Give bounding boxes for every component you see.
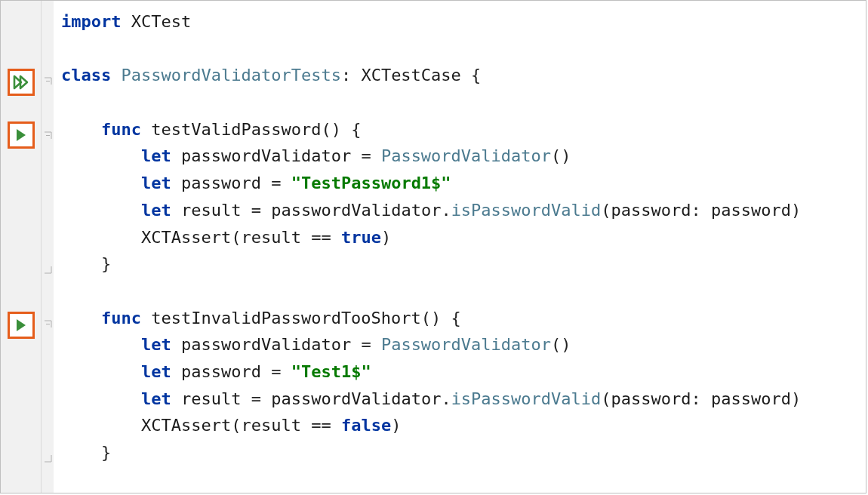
assert-call: XCTAssert bbox=[141, 416, 231, 435]
run-test-button-2[interactable] bbox=[8, 312, 35, 339]
var-name: result bbox=[181, 389, 241, 408]
var-name: passwordValidator bbox=[181, 146, 351, 165]
code-line: let passwordValidator = PasswordValidato… bbox=[61, 331, 866, 358]
call-parens: () bbox=[551, 146, 571, 165]
equals: = bbox=[271, 362, 281, 381]
keyword-func: func bbox=[101, 120, 141, 139]
open-paren: ( bbox=[601, 201, 611, 220]
play-icon bbox=[14, 318, 28, 333]
code-line: let result = passwordValidator.isPasswor… bbox=[61, 197, 866, 224]
fold-toggle-func1[interactable] bbox=[43, 131, 52, 140]
arg-label: password bbox=[611, 201, 691, 220]
type-name: PasswordValidator bbox=[381, 335, 551, 354]
code-line: class PasswordValidatorTests: XCTestCase… bbox=[61, 62, 866, 89]
close-paren: ) bbox=[791, 389, 801, 408]
lhs: result bbox=[241, 416, 300, 435]
close-paren: ) bbox=[381, 228, 391, 247]
fold-toggle-class[interactable] bbox=[43, 76, 52, 85]
blank-line bbox=[61, 278, 866, 305]
code-line: XCTAssert(result == true) bbox=[61, 224, 866, 251]
assert-call: XCTAssert bbox=[141, 228, 231, 247]
code-line: let result = passwordValidator.isPasswor… bbox=[61, 386, 866, 413]
colon: : bbox=[691, 389, 701, 408]
base-class: XCTestCase bbox=[361, 66, 460, 85]
arg-label: password bbox=[611, 389, 691, 408]
fold-toggle-func2[interactable] bbox=[43, 319, 52, 328]
var-name: password bbox=[181, 362, 261, 381]
close-paren: ) bbox=[391, 416, 401, 435]
open-paren: ( bbox=[601, 389, 611, 408]
func-name: testValidPassword bbox=[151, 120, 321, 139]
code-line: func testValidPassword() { bbox=[61, 116, 866, 143]
editor-frame: import XCTest class PasswordValidatorTes… bbox=[0, 0, 866, 493]
code-line: let password = "Test1$" bbox=[61, 358, 866, 386]
func-name: testInvalidPasswordTooShort bbox=[151, 309, 421, 327]
open-brace: { bbox=[471, 66, 481, 85]
operator: == bbox=[311, 416, 331, 435]
colon: : bbox=[341, 66, 351, 85]
type-name: PasswordValidator bbox=[381, 146, 551, 165]
open-brace: { bbox=[451, 309, 461, 327]
open-brace: { bbox=[351, 120, 361, 139]
blank-line bbox=[61, 35, 866, 63]
class-name: PasswordValidatorTests bbox=[121, 66, 340, 85]
arg-value: password bbox=[711, 389, 791, 408]
dot: . bbox=[441, 389, 451, 408]
string-literal: "TestPassword1$" bbox=[291, 174, 451, 192]
call-parens: () bbox=[551, 335, 571, 354]
equals: = bbox=[361, 146, 371, 165]
open-paren: ( bbox=[231, 228, 241, 247]
method-call: isPasswordValid bbox=[451, 389, 602, 408]
string-literal: "Test1$" bbox=[291, 362, 371, 381]
code-line: let passwordValidator = PasswordValidato… bbox=[61, 143, 866, 170]
code-line: func testInvalidPasswordTooShort() { bbox=[61, 305, 866, 332]
close-paren: ) bbox=[791, 201, 801, 220]
blank-line bbox=[61, 89, 866, 116]
keyword-let: let bbox=[141, 174, 171, 192]
parens: () bbox=[321, 120, 341, 139]
var-name: password bbox=[181, 174, 261, 192]
operator: == bbox=[311, 228, 331, 247]
close-brace: } bbox=[101, 254, 111, 273]
equals: = bbox=[251, 201, 261, 220]
keyword-let: let bbox=[141, 146, 171, 165]
code-area[interactable]: import XCTest class PasswordValidatorTes… bbox=[54, 1, 866, 493]
keyword-let: let bbox=[141, 362, 171, 381]
fold-strip bbox=[42, 1, 54, 493]
var-name: passwordValidator bbox=[181, 335, 351, 354]
code-line: import XCTest bbox=[61, 8, 866, 35]
keyword-let: let bbox=[141, 335, 171, 354]
fold-end-func2[interactable] bbox=[43, 453, 52, 463]
colon: : bbox=[691, 201, 701, 220]
code-line: let password = "TestPassword1$" bbox=[61, 170, 866, 197]
play-icon bbox=[14, 128, 28, 143]
keyword-false: false bbox=[341, 416, 391, 435]
close-brace: } bbox=[101, 443, 111, 462]
var-name: result bbox=[181, 201, 241, 220]
run-test-button-1[interactable] bbox=[8, 121, 35, 149]
equals: = bbox=[251, 389, 261, 408]
double-play-icon bbox=[13, 75, 29, 90]
equals: = bbox=[361, 335, 371, 354]
equals: = bbox=[271, 174, 281, 192]
dot: . bbox=[441, 201, 451, 220]
code-line: } bbox=[61, 251, 866, 278]
code-line: XCTAssert(result == false) bbox=[61, 412, 866, 439]
keyword-import: import bbox=[61, 12, 121, 31]
method-call: isPasswordValid bbox=[451, 201, 602, 220]
code-line: } bbox=[61, 439, 866, 466]
arg-value: password bbox=[711, 201, 791, 220]
module-name: XCTest bbox=[131, 12, 191, 31]
run-all-tests-button[interactable] bbox=[8, 69, 35, 96]
keyword-let: let bbox=[141, 201, 171, 220]
lhs: result bbox=[241, 228, 300, 247]
keyword-func: func bbox=[101, 309, 141, 327]
keyword-class: class bbox=[61, 66, 111, 85]
keyword-true: true bbox=[341, 228, 381, 247]
object-ref: passwordValidator bbox=[271, 389, 441, 408]
open-paren: ( bbox=[231, 416, 241, 435]
parens: () bbox=[421, 309, 442, 327]
fold-end-func1[interactable] bbox=[43, 265, 52, 274]
keyword-let: let bbox=[141, 389, 171, 408]
editor-gutter bbox=[1, 1, 42, 493]
